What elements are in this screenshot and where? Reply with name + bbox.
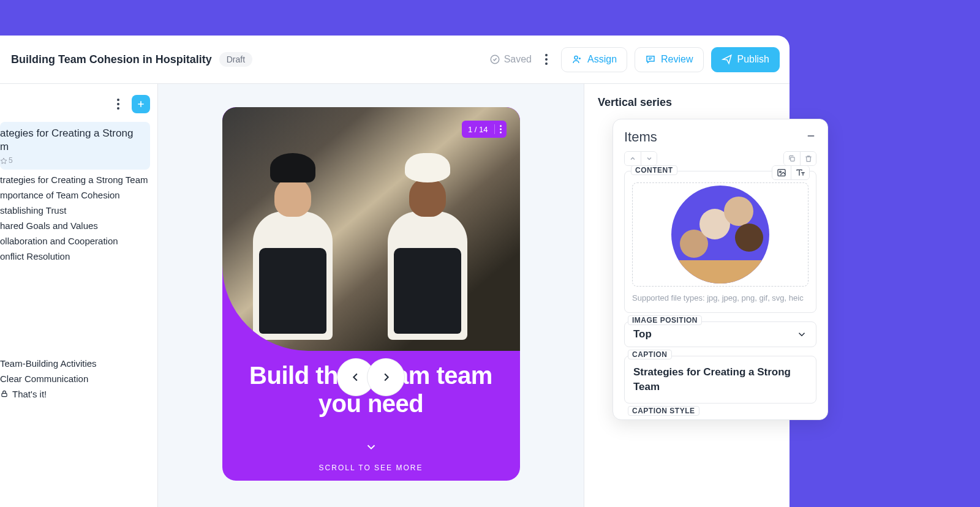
preview-canvas: 1 / 14 Build the dream team you need SCR… <box>158 84 584 507</box>
image-mode-button[interactable] <box>772 166 791 179</box>
chevron-right-icon <box>379 370 393 384</box>
outline-item-selected[interactable]: ategies for Creating a Strong m 5 <box>0 122 150 170</box>
move-up-button[interactable] <box>625 152 641 165</box>
scroll-hint-label: SCROLL TO SEE MORE <box>222 464 520 472</box>
saved-label: Saved <box>504 54 532 65</box>
caption-label: CAPTION <box>628 350 672 359</box>
user-plus-icon <box>571 54 582 65</box>
image-position-field: IMAGE POSITION Top <box>624 321 816 347</box>
svg-point-10 <box>500 129 502 130</box>
file-types-hint: Supported file types: jpg, jpeg, png, gi… <box>625 293 816 312</box>
text-mode-button[interactable] <box>791 166 809 179</box>
outline-item-locked[interactable]: That's it! <box>0 386 157 402</box>
chevron-down-icon <box>796 329 807 340</box>
content-label: CONTENT <box>631 165 677 175</box>
svg-point-5 <box>117 99 119 101</box>
outline-item-title: ategies for Creating a Strong m <box>0 127 144 154</box>
caption-field: CAPTION Strategies for Creating a Strong… <box>624 356 816 404</box>
svg-point-3 <box>545 62 548 65</box>
plus-icon <box>136 99 146 109</box>
svg-point-1 <box>545 54 548 56</box>
image-icon <box>777 168 786 178</box>
scroll-hint: SCROLL TO SEE MORE <box>222 440 520 472</box>
outline-item-title: That's it! <box>12 389 47 399</box>
image-position-select[interactable]: Top <box>624 321 816 347</box>
saved-indicator: Saved <box>489 54 532 65</box>
text-size-icon <box>796 168 805 178</box>
outline-item[interactable]: Clear Communication <box>0 371 157 386</box>
outline-item[interactable]: trategies for Creating a Strong Team <box>0 172 157 187</box>
top-bar: Building Team Cohesion in Hospitality Dr… <box>0 36 790 84</box>
content-preview-image <box>671 186 769 284</box>
svg-point-14 <box>780 171 782 173</box>
outline-item[interactable]: hared Goals and Values <box>0 218 157 233</box>
slide-counter: 1 / 14 <box>462 121 507 138</box>
caption-style-label: CAPTION STYLE <box>628 406 699 416</box>
chevron-left-icon <box>349 370 363 384</box>
content-dropzone[interactable] <box>632 182 809 287</box>
items-panel: Items CONTENT Supported fi <box>612 119 828 420</box>
lock-icon <box>0 389 9 398</box>
review-label: Review <box>661 54 693 65</box>
svg-rect-8 <box>2 394 7 397</box>
review-button[interactable]: Review <box>635 47 703 72</box>
outline-item-count: 5 <box>9 156 13 166</box>
sidebar-more-button[interactable] <box>111 95 126 113</box>
copy-icon <box>788 154 796 163</box>
outline-item[interactable]: onflict Resolution <box>0 249 157 264</box>
outline-sidebar: ategies for Creating a Strong m 5 trateg… <box>0 84 158 507</box>
content-panel: CONTENT Supported file types: jpg, jpeg,… <box>624 171 816 313</box>
trash-icon <box>804 154 813 163</box>
properties-title: Vertical series <box>598 96 776 109</box>
svg-point-6 <box>117 103 119 105</box>
image-position-value: Top <box>633 328 652 340</box>
outline-item[interactable]: Team-Building Activities <box>0 356 157 371</box>
svg-point-9 <box>500 125 502 127</box>
chevron-down-icon <box>646 155 653 162</box>
next-slide-button[interactable] <box>367 358 405 396</box>
image-position-label: IMAGE POSITION <box>628 315 702 325</box>
more-menu-button[interactable] <box>539 50 554 69</box>
slide-hero-image <box>222 107 520 351</box>
publish-label: Publish <box>737 54 769 65</box>
publish-button[interactable]: Publish <box>711 47 780 72</box>
page-title: Building Team Cohesion in Hospitality <box>11 53 212 66</box>
delete-button[interactable] <box>800 152 816 165</box>
copy-button[interactable] <box>784 152 800 165</box>
status-badge: Draft <box>219 52 252 67</box>
send-icon <box>722 54 733 65</box>
more-vertical-icon <box>117 99 119 110</box>
assign-label: Assign <box>587 54 617 65</box>
slide-counter-more-button[interactable] <box>495 125 507 133</box>
slide-counter-text: 1 / 14 <box>462 125 494 134</box>
chevron-up-icon <box>629 155 636 162</box>
assign-button[interactable]: Assign <box>561 47 627 72</box>
svg-point-4 <box>575 56 578 59</box>
caption-input[interactable]: Strategies for Creating a Strong Team <box>624 356 816 404</box>
chevron-down-icon <box>364 440 378 454</box>
svg-rect-12 <box>791 157 794 161</box>
check-circle-icon <box>489 54 500 65</box>
svg-point-7 <box>117 107 119 110</box>
svg-point-2 <box>545 58 548 61</box>
message-icon <box>645 54 656 65</box>
add-slide-button[interactable] <box>132 95 150 113</box>
items-panel-title: Items <box>624 129 657 145</box>
star-icon <box>0 157 7 165</box>
outline-item[interactable]: mportance of Team Cohesion <box>0 187 157 203</box>
slide-card[interactable]: 1 / 14 Build the dream team you need SCR… <box>222 107 520 481</box>
minus-icon <box>805 130 816 141</box>
move-down-button[interactable] <box>641 152 657 165</box>
collapse-button[interactable] <box>805 130 816 144</box>
outline-item[interactable]: stablishing Trust <box>0 203 157 218</box>
more-vertical-icon <box>545 54 548 65</box>
more-vertical-icon <box>500 125 502 133</box>
svg-point-11 <box>500 132 502 133</box>
outline-item[interactable]: ollaboration and Cooperation <box>0 233 157 249</box>
